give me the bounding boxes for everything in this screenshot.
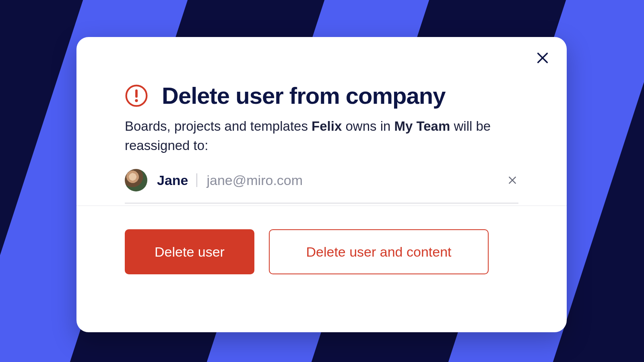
dialog-title: Delete user from company xyxy=(162,82,445,109)
desc-team-name: My Team xyxy=(394,119,450,134)
divider xyxy=(76,206,567,206)
desc-user-name: Felix xyxy=(312,119,342,134)
delete-user-and-content-button[interactable]: Delete user and content xyxy=(269,229,489,274)
desc-text: owns in xyxy=(342,119,394,134)
dialog-description: Boards, projects and templates Felix own… xyxy=(125,117,518,155)
clear-assignee-button[interactable] xyxy=(506,174,518,186)
delete-user-button[interactable]: Delete user xyxy=(125,229,254,274)
avatar xyxy=(125,169,147,191)
svg-rect-3 xyxy=(135,89,138,98)
assignee-selector[interactable]: Jane jane@miro.com xyxy=(125,169,518,204)
delete-user-dialog: Delete user from company Boards, project… xyxy=(76,37,567,332)
close-icon xyxy=(507,175,518,185)
close-icon xyxy=(536,51,549,65)
svg-point-4 xyxy=(135,99,138,102)
assignee-name: Jane xyxy=(157,173,188,188)
button-label: Delete user xyxy=(155,244,225,260)
assignee-email: jane@miro.com xyxy=(207,173,497,188)
dialog-header: Delete user from company xyxy=(125,82,518,109)
dialog-actions: Delete user Delete user and content xyxy=(125,229,489,274)
warning-icon xyxy=(125,84,148,107)
desc-text: Boards, projects and templates xyxy=(125,119,312,134)
close-button[interactable] xyxy=(534,49,551,67)
button-label: Delete user and content xyxy=(306,244,451,260)
separator xyxy=(196,173,197,187)
